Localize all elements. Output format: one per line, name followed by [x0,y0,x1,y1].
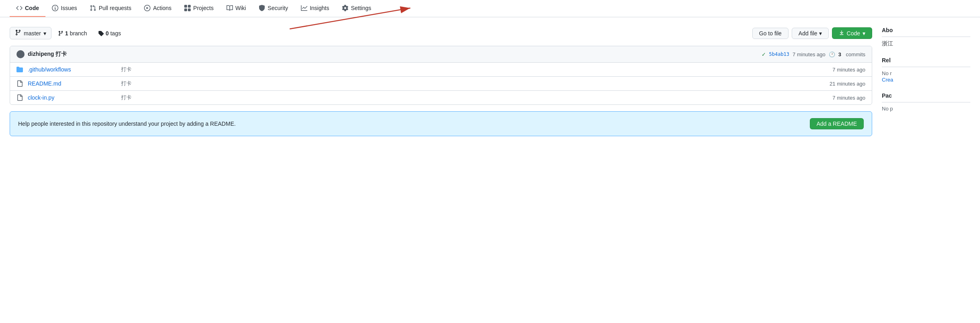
branch-bar: master ▾ 1 branch 0 tags Go to file Add … [10,27,872,39]
add-readme-button[interactable]: Add a README [810,118,864,129]
packages-section: Pac No p [882,92,970,112]
nav-item-issues[interactable]: Issues [45,0,83,17]
code-icon [16,5,23,11]
nav-item-settings[interactable]: Settings [336,0,378,17]
commits-count-link[interactable]: 3 commits [838,51,865,57]
nav-item-wiki[interactable]: Wiki [220,0,252,17]
file-commit-1: 打卡 [121,80,825,87]
commit-author: dizhipeng 打卡 [28,51,67,58]
branches-label: branch [70,30,87,37]
git-pull-icon [90,5,96,11]
file-time-1: 21 minutes ago [830,81,865,87]
about-text: 浙江 [882,40,970,47]
play-icon [144,5,150,11]
nav-label-code: Code [25,5,39,11]
avatar [16,50,25,58]
packages-text: No p [882,106,970,112]
tag-icon [98,31,104,36]
nav-item-pull-requests[interactable]: Pull requests [83,0,138,17]
commit-time: 7 minutes ago [793,51,826,57]
graph-icon [301,5,307,11]
nav-label-projects: Projects [193,5,214,11]
releases-section: Rel No r Crea [882,57,970,83]
file-name-0[interactable]: .github/workflows [28,66,116,73]
releases-text: No r [882,70,970,76]
folder-icon [16,66,23,73]
nav-item-insights[interactable]: Insights [294,0,336,17]
nav-label-insights: Insights [310,5,329,11]
file-row: README.md 打卡 21 minutes ago [10,77,872,91]
add-file-button[interactable]: Add file ▾ [792,28,829,39]
go-to-file-button[interactable]: Go to file [752,28,789,39]
code-button-label: Code [847,30,860,37]
chevron-down-code-icon: ▾ [863,30,865,37]
file-time-0: 7 minutes ago [832,67,865,73]
releases-title: Rel [882,57,970,67]
chevron-down-icon: ▾ [43,30,46,37]
tags-count: 0 [105,30,109,37]
about-title: Abo [882,27,970,37]
file-name-1[interactable]: README.md [28,80,116,87]
nav-item-actions[interactable]: Actions [138,0,178,17]
check-icon: ✓ [762,51,766,57]
chevron-down-add-icon: ▾ [819,30,822,37]
about-section: Abo 浙江 [882,27,970,47]
releases-link[interactable]: Crea [882,77,893,83]
branch-selector[interactable]: master ▾ [10,27,51,39]
grid-icon [184,5,191,11]
info-icon [52,5,58,11]
main-content: master ▾ 1 branch 0 tags Go to file Add … [0,17,980,146]
nav-item-code[interactable]: Code [10,0,45,17]
file-row: clock-in.py 打卡 7 minutes ago [10,91,872,104]
file-commit-2: 打卡 [121,94,828,101]
branches-count: 1 [65,30,68,37]
file-commit-0: 打卡 [121,66,828,73]
nav-label-actions: Actions [153,5,171,11]
nav-item-projects[interactable]: Projects [178,0,220,17]
repo-content: master ▾ 1 branch 0 tags Go to file Add … [10,27,872,146]
book-icon [226,5,233,11]
gear-icon [342,5,348,11]
nav-label-security: Security [268,5,288,11]
readme-banner: Help people interested in this repositor… [10,111,872,136]
file-table-header: dizhipeng 打卡 ✓ 5b4ab13 7 minutes ago 🕐 3… [10,46,872,63]
nav-label-issues: Issues [61,5,77,11]
git-branch-small-icon [58,31,64,36]
branch-name: master [24,30,41,37]
top-navigation: Code Issues Pull requests Actions Projec… [0,0,980,17]
nav-label-wiki: Wiki [235,5,246,11]
branches-link[interactable]: 1 branch [58,30,87,37]
branch-actions: Go to file Add file ▾ Code ▾ [752,27,872,39]
file-name-2[interactable]: clock-in.py [28,94,116,101]
file-py-icon [16,94,23,101]
nav-item-security[interactable]: Security [252,0,294,17]
download-icon [839,30,844,37]
tags-link[interactable]: 0 tags [98,30,121,37]
right-sidebar: Abo 浙江 Rel No r Crea Pac No p [882,27,970,146]
file-time-2: 7 minutes ago [832,95,865,101]
readme-banner-text: Help people interested in this repositor… [18,121,236,127]
shield-icon [259,5,265,11]
commit-meta: ✓ 5b4ab13 7 minutes ago 🕐 3 commits [762,51,866,57]
file-row: .github/workflows 打卡 7 minutes ago [10,63,872,77]
clock-icon: 🕐 [829,51,835,57]
commit-hash-link[interactable]: 5b4ab13 [769,51,790,57]
nav-label-pull-requests: Pull requests [99,5,131,11]
git-branch-icon [15,29,21,37]
tags-label: tags [110,30,121,37]
file-doc-icon [16,80,23,87]
commit-info: dizhipeng 打卡 [16,50,757,58]
add-file-label: Add file [799,30,817,37]
file-table: dizhipeng 打卡 ✓ 5b4ab13 7 minutes ago 🕐 3… [10,46,872,105]
code-button[interactable]: Code ▾ [832,27,872,39]
packages-title: Pac [882,92,970,102]
nav-label-settings: Settings [351,5,371,11]
